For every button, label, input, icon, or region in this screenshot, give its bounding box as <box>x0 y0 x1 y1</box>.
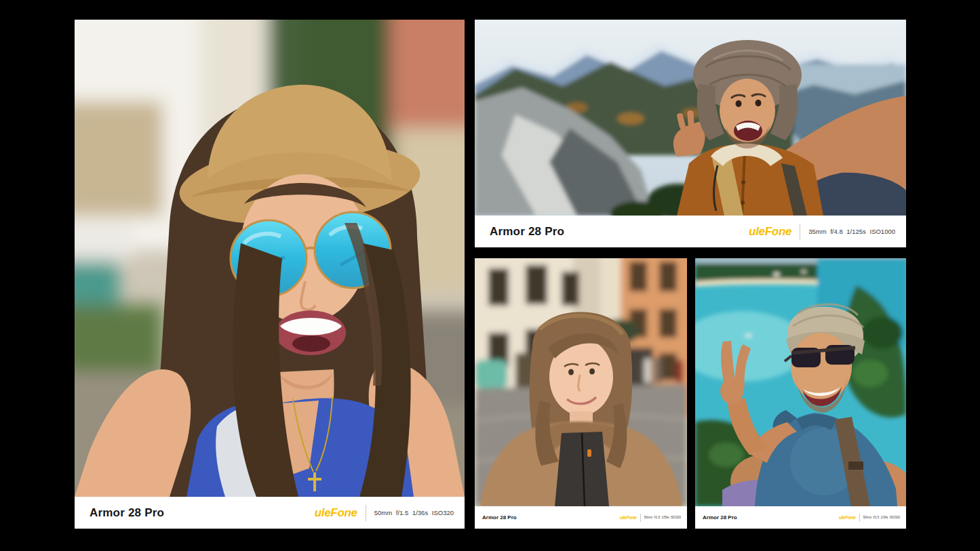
ulefone-brand-logo: uleFone <box>620 515 637 520</box>
bar-divider <box>859 514 860 522</box>
ulefone-brand-logo: uleFone <box>315 506 357 520</box>
photo-info-bar: Armor 28 Pro uleFone 50mm f/1.5 1/36s IS… <box>75 497 465 529</box>
photo-city-selfie: Young woman in a camel teddy coat taking… <box>475 258 687 506</box>
coast-selfie-illustration: Laughing man in a knit beanie and dark s… <box>695 258 906 506</box>
exif-meta-label: 35mm f/4.8 1/125s ISO1000 <box>808 228 895 235</box>
photo-card-portrait-selfie: Smiling young woman in a straw hat and b… <box>75 20 465 529</box>
exif-meta-label: 50mm f/1.5 1/56s ISO320 <box>644 516 681 519</box>
bar-divider <box>366 505 366 521</box>
photo-mountain-selfie: Excited hiker in a fur trapper hat and r… <box>475 20 906 216</box>
mountain-selfie-illustration: Excited hiker in a fur trapper hat and r… <box>475 20 906 216</box>
exif-meta-label: 50mm f/1.5 1/34s ISO320 <box>863 516 900 519</box>
photo-info-bar: Armor 28 Pro uleFone 35mm f/4.8 1/125s I… <box>475 216 906 247</box>
city-selfie-illustration: Young woman in a camel teddy coat taking… <box>475 258 687 506</box>
camera-model-label: Armor 28 Pro <box>703 514 737 521</box>
photo-info-bar: Armor 28 Pro uleFone 50mm f/1.5 1/56s IS… <box>475 506 687 529</box>
photo-info-bar: Armor 28 Pro uleFone 50mm f/1.5 1/34s IS… <box>695 506 906 529</box>
photo-coast-selfie: Laughing man in a knit beanie and dark s… <box>695 258 906 506</box>
portrait-selfie-illustration: Smiling young woman in a straw hat and b… <box>75 20 465 497</box>
camera-model-label: Armor 28 Pro <box>490 225 564 239</box>
bar-divider <box>800 224 800 240</box>
exif-meta-label: 50mm f/1.5 1/36s ISO320 <box>374 509 454 516</box>
photo-card-coast-selfie: Laughing man in a knit beanie and dark s… <box>695 258 906 529</box>
camera-model-label: Armor 28 Pro <box>90 506 164 520</box>
camera-model-label: Armor 28 Pro <box>482 514 517 521</box>
ulefone-brand-logo: uleFone <box>839 515 856 520</box>
photo-card-mountain-selfie: Excited hiker in a fur trapper hat and r… <box>475 20 906 247</box>
photo-portrait-selfie: Smiling young woman in a straw hat and b… <box>75 20 465 497</box>
bar-divider <box>640 514 641 522</box>
photo-card-city-selfie: Young woman in a camel teddy coat taking… <box>475 258 687 529</box>
ulefone-brand-logo: uleFone <box>749 225 791 239</box>
